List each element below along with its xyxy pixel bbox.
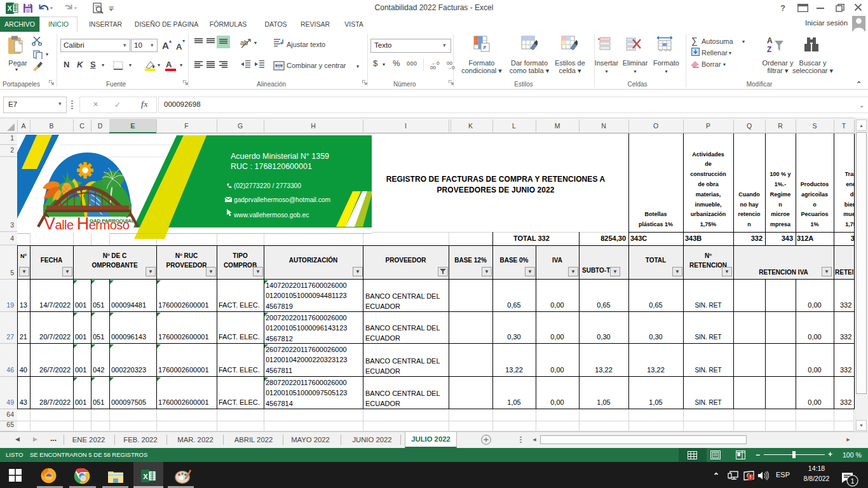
- svg-text:A: A: [767, 36, 773, 45]
- svg-text:(02)2773220 / 2773300: (02)2773220 / 2773300: [234, 182, 301, 189]
- svg-text:gadprvallehermoso@hotmail.com: gadprvallehermoso@hotmail.com: [234, 196, 330, 203]
- svg-text:X: X: [143, 473, 148, 480]
- svg-text:www.vallehermoso.gob.ec: www.vallehermoso.gob.ec: [233, 212, 309, 219]
- svg-text:00: 00: [430, 65, 436, 70]
- svg-text:RUC : 1768120600001: RUC : 1768120600001: [231, 162, 312, 171]
- svg-text:1: 1: [850, 477, 854, 485]
- svg-text:≠: ≠: [483, 44, 487, 51]
- svg-text:Acuerdo Ministerial N° 1359: Acuerdo Ministerial N° 1359: [231, 152, 329, 161]
- svg-text:Z: Z: [767, 45, 771, 54]
- svg-text:X: X: [8, 4, 12, 12]
